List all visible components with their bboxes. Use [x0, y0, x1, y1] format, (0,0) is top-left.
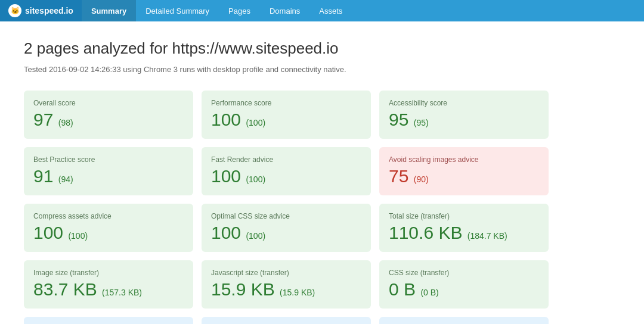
card-sub: (94) [58, 175, 73, 184]
card-value-row: 110.6 KB (184.7 KB) [389, 223, 539, 242]
card-label: Best Practice score [33, 155, 184, 164]
card-sub: (15.9 KB) [280, 288, 315, 297]
metric-card: Compress assets advice100 (100) [24, 204, 193, 252]
metrics-grid: Overall score97 (98)Performance score100… [24, 91, 549, 324]
nav-link-detailed-summary[interactable]: Detailed Summary [136, 0, 219, 21]
card-sub: (100) [68, 231, 88, 241]
metric-card: Avoid scaling images advice75 (90) [379, 147, 549, 195]
metric-card: Performance score100 (100) [202, 91, 371, 139]
metric-card: Image requests8 (10) [202, 317, 371, 324]
card-sub: (0 B) [420, 288, 438, 297]
card-value-row: 15.9 KB (15.9 KB) [211, 279, 361, 299]
metric-card: Overall score97 (98) [24, 91, 193, 139]
card-value-row: 100 (100) [211, 223, 361, 242]
card-sub: (100) [246, 118, 265, 127]
card-label: Avoid scaling images advice [389, 155, 539, 164]
brand-logo: 🐱 [8, 4, 21, 17]
card-value: 100 [33, 223, 68, 242]
card-label: Optimal CSS size advice [211, 212, 361, 220]
nav-link-pages[interactable]: Pages [219, 0, 260, 21]
card-sub: (157.3 KB) [102, 288, 142, 297]
card-label: Image size (transfer) [33, 269, 184, 277]
card-value-row: 91 (94) [33, 166, 184, 186]
card-sub: (95) [414, 118, 429, 127]
page-title: 2 pages analyzed for https://www.sitespe… [24, 39, 549, 58]
card-value: 15.9 KB [211, 279, 280, 299]
card-value: 100 [211, 110, 246, 129]
metric-card: Accessibility score95 (95) [379, 91, 549, 139]
card-value-row: 83.7 KB (157.3 KB) [33, 279, 184, 299]
card-value: 97 [33, 110, 58, 129]
card-label: Accessibility score [389, 99, 539, 107]
navbar: 🐱 sitespeed.io SummaryDetailed SummaryPa… [0, 0, 644, 21]
nav-link-domains[interactable]: Domains [260, 0, 309, 21]
metric-card: Fast Render advice100 (100) [202, 147, 371, 195]
card-label: Javascript size (transfer) [211, 269, 361, 277]
card-label: Compress assets advice [33, 212, 184, 220]
card-value: 100 [211, 223, 246, 242]
nav-links: SummaryDetailed SummaryPagesDomainsAsset… [82, 0, 352, 21]
brand-name: sitespeed.io [25, 6, 73, 15]
card-sub: (90) [414, 175, 429, 184]
card-value-row: 75 (90) [389, 166, 539, 186]
card-value: 75 [389, 166, 414, 186]
card-value-row: 95 (95) [389, 110, 539, 129]
card-value-row: 97 (98) [33, 110, 184, 129]
card-sub: (98) [58, 118, 73, 127]
card-value-row: 100 (100) [211, 110, 361, 129]
metric-card: Total size (transfer)110.6 KB (184.7 KB) [379, 204, 549, 252]
card-sub: (100) [246, 175, 265, 184]
metric-card: Optimal CSS size advice100 (100) [202, 204, 371, 252]
page-content: 2 pages analyzed for https://www.sitespe… [0, 21, 572, 324]
card-label: Performance score [211, 99, 361, 107]
card-value: 91 [33, 166, 58, 186]
card-value: 110.6 KB [389, 223, 467, 242]
metric-card: Javascript size (transfer)15.9 KB (15.9 … [202, 260, 371, 309]
card-value-row: 0 B (0 B) [389, 279, 539, 299]
card-label: CSS size (transfer) [389, 269, 539, 277]
metric-card: CSS size (transfer)0 B (0 B) [379, 260, 549, 309]
card-sub: (184.7 KB) [467, 231, 507, 241]
card-label: Overall score [33, 99, 184, 107]
card-value-row: 100 (100) [211, 166, 361, 186]
card-value: 83.7 KB [33, 279, 102, 299]
card-value-row: 100 (100) [33, 223, 184, 242]
card-value: 100 [211, 166, 246, 186]
card-value: 95 [389, 110, 414, 129]
page-subtitle: Tested 2016-09-02 14:26:33 using Chrome … [24, 65, 549, 74]
card-label: Total size (transfer) [389, 212, 539, 220]
metric-card: Total requests11 (13) [24, 317, 193, 324]
nav-brand[interactable]: 🐱 sitespeed.io [0, 0, 82, 21]
metric-card: Image size (transfer)83.7 KB (157.3 KB) [24, 260, 193, 309]
nav-link-summary[interactable]: Summary [82, 0, 136, 21]
metric-card: Best Practice score91 (94) [24, 147, 193, 195]
card-value: 0 B [389, 279, 420, 299]
nav-link-assets[interactable]: Assets [309, 0, 352, 21]
card-label: Fast Render advice [211, 155, 361, 164]
card-sub: (100) [246, 231, 265, 241]
metric-card: CSS requests0 (0) [379, 317, 549, 324]
